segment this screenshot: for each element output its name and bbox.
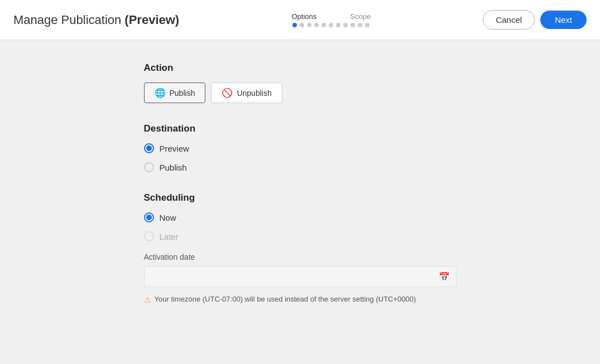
dot-2 bbox=[300, 23, 304, 27]
action-section: Action 🌐 Publish 🚫 Unpublish bbox=[144, 62, 457, 103]
main-content: Action 🌐 Publish 🚫 Unpublish Destination… bbox=[0, 40, 600, 347]
dot-6 bbox=[329, 23, 333, 27]
dot-9 bbox=[351, 23, 355, 27]
date-input-wrapper: 📅 bbox=[144, 266, 457, 287]
wizard-nav: Options Scope bbox=[291, 12, 371, 27]
page-title: Manage Publication (Preview) bbox=[13, 13, 179, 27]
dot-4 bbox=[314, 23, 319, 27]
action-buttons: 🌐 Publish 🚫 Unpublish bbox=[144, 82, 457, 103]
scheduling-later-radio[interactable] bbox=[144, 231, 154, 241]
destination-publish-label: Publish bbox=[160, 163, 187, 172]
nav-options: Options bbox=[291, 12, 316, 21]
scheduling-now-radio[interactable] bbox=[144, 212, 154, 222]
destination-publish-radio[interactable] bbox=[144, 162, 154, 172]
scheduling-now-label: Now bbox=[160, 213, 176, 222]
activation-date-input[interactable] bbox=[144, 266, 457, 287]
unpublish-icon: 🚫 bbox=[222, 88, 233, 98]
dot-10 bbox=[358, 23, 362, 27]
progress-indicator bbox=[292, 23, 369, 27]
nav-labels: Options Scope bbox=[291, 12, 371, 21]
publish-icon: 🌐 bbox=[155, 88, 166, 98]
header: Manage Publication (Preview) Options Sco… bbox=[0, 0, 600, 40]
activation-date-section: Activation date 📅 ⚠ Your timezone (UTC-0… bbox=[144, 253, 457, 304]
timezone-warning: ⚠ Your timezone (UTC-07:00) will be used… bbox=[144, 295, 457, 304]
action-title: Action bbox=[144, 62, 457, 74]
scheduling-title: Scheduling bbox=[144, 192, 457, 203]
scheduling-later-label: Later bbox=[160, 232, 179, 241]
destination-title: Destination bbox=[144, 123, 457, 134]
publish-button[interactable]: 🌐 Publish bbox=[144, 82, 206, 103]
activation-date-label: Activation date bbox=[144, 253, 457, 261]
dot-5 bbox=[321, 23, 326, 27]
warning-icon: ⚠ bbox=[144, 295, 151, 304]
dot-1 bbox=[292, 23, 297, 27]
destination-section: Destination Preview Publish bbox=[144, 123, 457, 172]
destination-preview-radio[interactable] bbox=[144, 143, 154, 153]
cancel-button[interactable]: Cancel bbox=[483, 10, 535, 30]
dot-3 bbox=[307, 23, 311, 27]
next-button[interactable]: Next bbox=[540, 11, 587, 29]
form-container: Action 🌐 Publish 🚫 Unpublish Destination… bbox=[144, 62, 457, 324]
nav-scope: Scope bbox=[350, 12, 371, 21]
destination-publish-option[interactable]: Publish bbox=[144, 162, 457, 172]
scheduling-now-option[interactable]: Now bbox=[144, 212, 457, 222]
header-actions: Cancel Next bbox=[483, 10, 587, 30]
dot-8 bbox=[343, 23, 348, 27]
unpublish-button[interactable]: 🚫 Unpublish bbox=[211, 82, 282, 103]
scheduling-section: Scheduling Now Later Activation date 📅 ⚠… bbox=[144, 192, 457, 304]
dot-11 bbox=[365, 23, 369, 27]
scheduling-later-option[interactable]: Later bbox=[144, 231, 457, 241]
destination-preview-label: Preview bbox=[160, 144, 189, 153]
dot-7 bbox=[336, 23, 340, 27]
destination-preview-option[interactable]: Preview bbox=[144, 143, 457, 153]
